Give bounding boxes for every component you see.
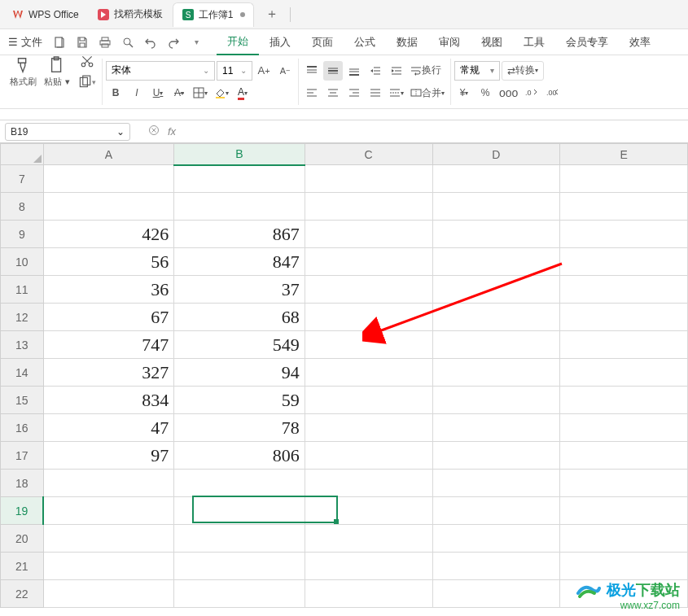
cell-A17[interactable]: 97 (43, 442, 174, 470)
cell-D9[interactable] (432, 221, 560, 248)
row-header-7[interactable]: 7 (1, 165, 44, 193)
cell-E21[interactable] (560, 553, 688, 580)
cell-C9[interactable] (305, 221, 432, 248)
cell-B20[interactable] (174, 525, 305, 553)
cell-B22[interactable] (174, 580, 305, 608)
tab-workbook[interactable]: S 工作簿1 (173, 2, 255, 27)
align-bottom-button[interactable] (344, 61, 364, 81)
cell-A16[interactable]: 47 (43, 414, 174, 442)
cell-A8[interactable] (43, 193, 174, 221)
currency-button[interactable]: ¥ ▾ (454, 83, 474, 103)
cell-D17[interactable] (432, 442, 560, 470)
cell-E19[interactable] (560, 497, 688, 525)
cell-C18[interactable] (305, 470, 432, 497)
cell-A20[interactable] (43, 525, 174, 553)
menu-insert[interactable]: 插入 (259, 29, 301, 55)
indent-increase-button[interactable] (387, 61, 406, 81)
cell-B10[interactable]: 847 (174, 248, 305, 276)
cell-C11[interactable] (305, 276, 432, 304)
print-button[interactable] (94, 33, 116, 52)
select-all-corner[interactable] (1, 144, 44, 165)
menu-efficiency[interactable]: 效率 (619, 29, 661, 55)
row-header-11[interactable]: 11 (1, 276, 44, 304)
cell-B14[interactable]: 94 (174, 359, 305, 387)
save-button[interactable] (72, 33, 93, 52)
percent-button[interactable]: % (475, 83, 495, 103)
undo-button[interactable] (140, 33, 161, 52)
cell-A14[interactable]: 327 (43, 359, 174, 387)
row-header-12[interactable]: 12 (1, 304, 44, 331)
cell-A10[interactable]: 56 (43, 248, 174, 276)
cell-B18[interactable] (174, 470, 305, 497)
decrease-decimal-button[interactable]: .00 (543, 83, 563, 103)
increase-decimal-button[interactable]: .0 (522, 83, 541, 103)
row-header-16[interactable]: 16 (1, 414, 44, 442)
comma-button[interactable]: ooo (497, 83, 520, 103)
cell-C14[interactable] (305, 359, 432, 387)
cell-B15[interactable]: 59 (174, 387, 305, 414)
cell-E11[interactable] (560, 276, 688, 304)
cell-D19[interactable] (432, 497, 560, 525)
font-increase-button[interactable]: A+ (254, 61, 274, 81)
cell-C16[interactable] (305, 414, 432, 442)
col-header-E[interactable]: E (560, 144, 688, 165)
tab-wps-home[interactable]: WPS Office (3, 2, 87, 27)
print-preview-button[interactable] (117, 33, 138, 52)
font-decrease-button[interactable]: A− (275, 61, 295, 81)
cell-E9[interactable] (560, 221, 688, 248)
align-top-button[interactable] (302, 61, 322, 81)
cell-B19[interactable] (174, 497, 305, 525)
cell-A18[interactable] (43, 470, 174, 497)
col-header-C[interactable]: C (305, 144, 432, 165)
align-center-button[interactable] (323, 83, 343, 103)
tab-add-button[interactable]: ＋ (261, 3, 283, 26)
cell-C21[interactable] (305, 553, 432, 580)
cell-B21[interactable] (174, 553, 305, 580)
cell-A21[interactable] (43, 553, 174, 580)
cell-C12[interactable] (305, 304, 432, 331)
cell-C10[interactable] (305, 248, 432, 276)
cell-D21[interactable] (432, 553, 560, 580)
menu-member[interactable]: 会员专享 (555, 29, 619, 55)
formula-input[interactable] (176, 123, 688, 141)
cell-D8[interactable] (432, 193, 560, 221)
cell-E16[interactable] (560, 414, 688, 442)
cell-C20[interactable] (305, 525, 432, 553)
cell-A11[interactable]: 36 (43, 276, 174, 304)
cell-A22[interactable] (43, 580, 174, 608)
paste-button[interactable]: 粘贴 ▾ (41, 49, 73, 94)
underline-button[interactable]: U ▾ (148, 83, 168, 103)
row-header-13[interactable]: 13 (1, 331, 44, 359)
tab-template[interactable]: 找稻壳模板 (89, 2, 171, 27)
col-header-A[interactable]: A (43, 144, 174, 165)
cell-E7[interactable] (560, 165, 688, 193)
cell-D12[interactable] (432, 304, 560, 331)
bold-button[interactable]: B (106, 83, 125, 103)
align-distribute-button[interactable]: ▾ (387, 83, 406, 103)
cell-E13[interactable] (560, 331, 688, 359)
redo-button[interactable] (163, 33, 184, 52)
cell-E8[interactable] (560, 193, 688, 221)
font-size-select[interactable]: 11⌄ (217, 61, 252, 81)
cell-A13[interactable]: 747 (43, 331, 174, 359)
cell-B11[interactable]: 37 (174, 276, 305, 304)
cell-D10[interactable] (432, 248, 560, 276)
row-header-15[interactable]: 15 (1, 387, 44, 414)
cell-E15[interactable] (560, 387, 688, 414)
border-button[interactable]: ▾ (191, 83, 210, 103)
row-header-14[interactable]: 14 (1, 359, 44, 387)
cell-D15[interactable] (432, 387, 560, 414)
col-header-D[interactable]: D (432, 144, 560, 165)
wrap-text-button[interactable]: 换行 (408, 61, 444, 81)
cell-D16[interactable] (432, 414, 560, 442)
menu-formula[interactable]: 公式 (344, 29, 386, 55)
cell-E14[interactable] (560, 359, 688, 387)
cell-A7[interactable] (43, 165, 174, 193)
strikethrough-button[interactable]: A ▾ (169, 83, 189, 103)
cell-B7[interactable] (174, 165, 305, 193)
cancel-formula-button[interactable] (148, 125, 160, 138)
cell-E10[interactable] (560, 248, 688, 276)
cell-B16[interactable]: 78 (174, 414, 305, 442)
format-painter-button[interactable]: 格式刷 (7, 49, 39, 94)
cell-E20[interactable] (560, 525, 688, 553)
